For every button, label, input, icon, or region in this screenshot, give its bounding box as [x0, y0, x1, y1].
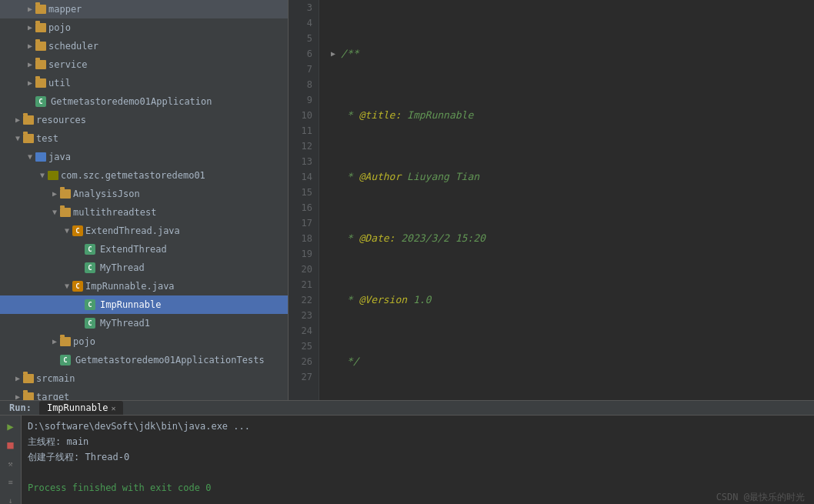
tree-item-pojo[interactable]: pojo — [0, 18, 288, 37]
tree-item-analysisjson[interactable]: AnalysisJson — [0, 185, 288, 203]
tree-item-scheduler[interactable]: scheduler — [0, 37, 288, 55]
arrow-icon — [62, 279, 72, 294]
tree-label: com.szc.getmetastoredemo01 — [61, 168, 205, 183]
console-blank — [28, 465, 808, 480]
editor-area: 3 4 5 6 7 8 9 10 11 12 13 14 15 16 17 18… — [289, 0, 814, 400]
tree-label: ImpRunnable — [100, 297, 161, 312]
tree-label: MyThread1 — [100, 315, 150, 331]
tree-label: ExtendThread — [100, 242, 167, 257]
code-text: * @Version 1.0 — [341, 292, 431, 308]
tree-item-mythread1-class[interactable]: C MyThread1 — [0, 314, 288, 332]
tree-item-imprunnable-java[interactable]: C ImpRunnable.java — [0, 277, 288, 295]
package-icon — [48, 171, 58, 180]
folder-icon — [23, 115, 34, 125]
code-line: * @Date: 2023/3/2 15:20 — [325, 231, 814, 246]
arrow-icon — [25, 20, 35, 35]
console-line-3: 创建子线程: Thread-0 — [28, 449, 808, 465]
tree-label: ExtendThread.java — [85, 223, 180, 239]
line-numbers: 3 4 5 6 7 8 9 10 11 12 13 14 15 16 17 18… — [289, 0, 319, 400]
tree-label: service — [48, 57, 88, 72]
run-tab-imprunnable[interactable]: ImpRunnable ✕ — [39, 401, 124, 415]
arrow-icon — [25, 57, 35, 72]
folder-icon — [23, 134, 34, 143]
tool-btn-3[interactable]: ↓ — [3, 492, 18, 504]
arrow-icon — [37, 168, 48, 183]
folder-icon — [23, 374, 34, 383]
tree-label: pojo — [73, 334, 95, 349]
tree-label: AnalysisJson — [73, 186, 140, 202]
tree-item-package[interactable]: com.szc.getmetastoredemo01 — [0, 166, 288, 185]
arrow-icon — [25, 2, 35, 17]
gutter: ▶ — [325, 46, 341, 62]
folder-icon — [35, 78, 46, 88]
folder-icon — [60, 208, 71, 217]
tree-label: scheduler — [48, 38, 98, 54]
arrow-icon — [12, 112, 23, 128]
src-folder-icon — [35, 152, 46, 162]
tree-item-extendthread-java[interactable]: C ExtendThread.java — [0, 222, 288, 240]
tree-label: mapper — [48, 2, 82, 17]
run-tabs: Run: ImpRunnable ✕ — [0, 401, 814, 416]
tree-item-util[interactable]: util — [0, 74, 288, 92]
folder-icon — [23, 392, 34, 400]
tree-label: resources — [36, 112, 86, 128]
code-text: * @title: ImpRunnable — [341, 108, 473, 123]
tree-item-imprunnable-class[interactable]: C ImpRunnable — [0, 295, 288, 314]
arrow-icon — [49, 334, 60, 349]
code-line: ▶ /** — [325, 46, 814, 62]
code-container: 3 4 5 6 7 8 9 10 11 12 13 14 15 16 17 18… — [289, 0, 814, 400]
tree-item-mapper[interactable]: mapper — [0, 0, 288, 18]
tree-label: target — [36, 389, 69, 400]
tree-item-pojo2[interactable]: pojo — [0, 332, 288, 351]
tool-btn-2[interactable]: ≡ — [3, 474, 18, 489]
tree-label: multithreadtest — [73, 205, 156, 220]
tree-label: java — [48, 149, 71, 165]
tree-label: ImpRunnable.java — [85, 279, 175, 294]
code-text: */ — [341, 354, 359, 369]
folder-icon — [60, 337, 71, 346]
tree-item-test[interactable]: test — [0, 129, 288, 148]
arrow-icon — [12, 131, 23, 146]
code-text: * @Date: 2023/3/2 15:20 — [341, 231, 485, 246]
arrow-icon — [49, 186, 60, 202]
tree-item-apptests[interactable]: C Getmetastoredemo01ApplicationTests — [0, 351, 288, 369]
code-content[interactable]: ▶ /** * @title: ImpRunnable * @Author Li… — [319, 0, 814, 400]
console-line-4: Process finished with exit code 0 — [28, 480, 808, 496]
tree-item-multithreadtest[interactable]: multithreadtest — [0, 203, 288, 222]
folder-icon — [35, 5, 46, 14]
tree-label: util — [48, 75, 71, 91]
close-icon[interactable]: ✕ — [111, 404, 115, 412]
file-tree: mapper pojo scheduler service util — [0, 0, 289, 400]
tree-item-extendthread-class[interactable]: C ExtendThread — [0, 240, 288, 259]
run-tab-label: ImpRunnable — [47, 402, 108, 413]
tree-item-target[interactable]: target — [0, 388, 288, 400]
tree-item-resources[interactable]: resources — [0, 111, 288, 129]
tree-label: test — [36, 131, 58, 146]
tree-label: pojo — [48, 20, 71, 35]
folder-icon — [35, 60, 46, 69]
run-content: ▶ ■ ⚒ ≡ ↓ D:\software\devSoft\jdk\bin\ja… — [0, 416, 814, 504]
code-line: */ — [325, 354, 814, 369]
console-output: D:\software\devSoft\jdk\bin\java.exe ...… — [22, 416, 814, 504]
code-text: * @Author Liuyang Tian — [341, 169, 479, 185]
tree-label: MyThread — [100, 260, 145, 275]
tree-item-srcmain[interactable]: srcmain — [0, 369, 288, 388]
code-line: * @Author Liuyang Tian — [325, 169, 814, 185]
folder-icon — [35, 23, 46, 32]
arrow-icon — [62, 223, 72, 239]
tree-item-service[interactable]: service — [0, 55, 288, 74]
stop-button[interactable]: ■ — [3, 437, 18, 452]
tree-item-app-class[interactable]: C Getmetastoredemo01Application — [0, 92, 288, 111]
code-text: /** — [341, 46, 359, 62]
tree-label: Getmetastoredemo01Application — [51, 94, 212, 109]
watermark: CSDN @最快乐的时光 — [716, 489, 805, 504]
run-label: Run: — [3, 402, 38, 413]
tool-btn-1[interactable]: ⚒ — [3, 456, 18, 471]
console-line-2: 主线程: main — [28, 434, 808, 449]
rerun-button[interactable]: ▶ — [3, 419, 18, 434]
tree-item-java[interactable]: java — [0, 148, 288, 166]
folder-icon — [60, 189, 71, 199]
arrow-icon — [25, 38, 35, 54]
tree-item-mythread-class[interactable]: C MyThread — [0, 259, 288, 277]
arrow-icon — [49, 205, 60, 220]
